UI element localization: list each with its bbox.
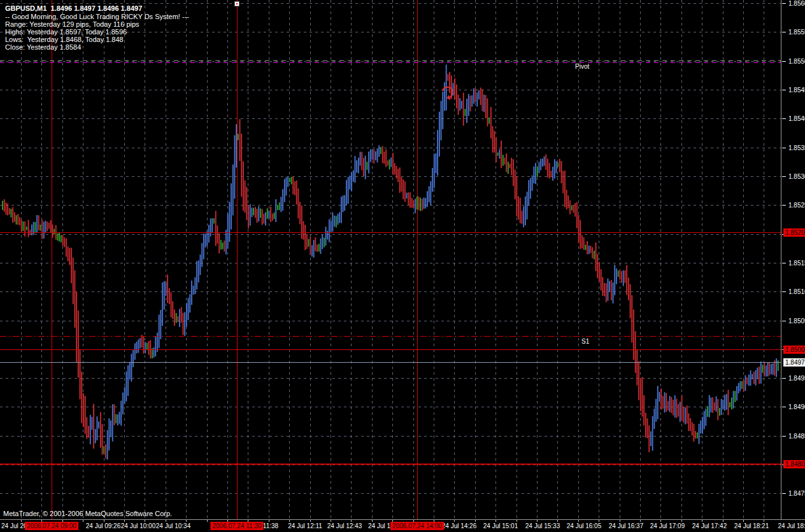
price-bar xyxy=(370,150,371,162)
price-level-badge: 1.8500 xyxy=(783,346,805,354)
price-bar xyxy=(602,277,604,296)
price-bar xyxy=(557,163,559,167)
price-bar xyxy=(138,339,139,353)
price-bar xyxy=(547,158,548,177)
price-bar xyxy=(238,134,239,140)
price-bar xyxy=(4,199,5,212)
price-bar xyxy=(129,363,131,380)
price-bar xyxy=(654,409,655,429)
price-bar xyxy=(102,424,103,454)
price-bar xyxy=(257,209,258,223)
price-bar xyxy=(324,237,325,247)
price-axis-label: 1.8485 xyxy=(788,433,805,440)
price-axis-tick xyxy=(782,148,786,148)
price-bar xyxy=(245,181,246,213)
price-bar xyxy=(652,416,653,451)
chart-plot-area[interactable] xyxy=(0,0,781,520)
price-bar xyxy=(578,215,580,243)
vline-selection-handle[interactable] xyxy=(234,1,239,6)
price-bar xyxy=(217,225,218,244)
price-bar xyxy=(571,205,573,210)
price-axis-label: 1.8510 xyxy=(788,288,805,295)
price-bar xyxy=(434,154,435,188)
price-bar xyxy=(351,172,352,192)
price-bar xyxy=(186,303,187,326)
price-bar xyxy=(252,207,253,217)
price-bar xyxy=(717,399,718,421)
price-axis-tick xyxy=(782,321,786,321)
price-bar xyxy=(564,171,566,207)
price-bar xyxy=(255,207,256,218)
price-bar xyxy=(461,101,462,108)
price-bar xyxy=(303,221,304,240)
price-level-badge: 1.8520 xyxy=(783,228,805,237)
price-bar xyxy=(218,234,220,253)
price-bar xyxy=(767,362,769,376)
price-bar xyxy=(687,405,688,423)
price-bar xyxy=(442,92,443,129)
price-bar xyxy=(122,393,124,414)
price-bar xyxy=(38,215,39,230)
time-axis-tick xyxy=(723,520,723,522)
price-bar xyxy=(760,361,762,384)
price-bar xyxy=(706,409,707,426)
session-time-badge: 2006.07.24 09:00 xyxy=(25,522,78,530)
price-bar xyxy=(585,245,587,250)
price-bar xyxy=(124,387,125,404)
price-bar xyxy=(183,313,184,335)
price-bar xyxy=(437,130,438,176)
price-bar xyxy=(24,221,25,237)
price-axis-tick xyxy=(782,205,786,206)
price-bar xyxy=(83,393,84,427)
price-axis-tick xyxy=(782,61,786,62)
price-bar xyxy=(664,392,666,412)
price-axis-tick xyxy=(782,436,786,437)
price-bar xyxy=(329,219,330,242)
price-bar xyxy=(160,310,162,339)
price-bar xyxy=(289,178,290,182)
time-axis-tick xyxy=(186,520,187,522)
price-bar xyxy=(590,246,592,253)
price-bar xyxy=(609,281,610,292)
price-bar xyxy=(648,425,650,452)
price-bar xyxy=(721,399,722,415)
time-axis-tick xyxy=(702,520,702,522)
price-bar xyxy=(14,212,15,221)
price-bar xyxy=(23,221,24,231)
bid-price-badge: 1.8497 xyxy=(783,358,805,367)
price-bar xyxy=(625,270,626,283)
price-bar xyxy=(272,214,273,221)
price-bar xyxy=(109,418,110,450)
price-bar xyxy=(243,162,244,211)
price-bar xyxy=(436,153,437,173)
price-bar xyxy=(740,381,741,391)
price-bar xyxy=(100,412,101,448)
price-bar xyxy=(621,271,622,283)
price-bar xyxy=(540,159,541,171)
price-axis-tick xyxy=(782,407,786,407)
time-axis-tick xyxy=(660,520,661,522)
price-bar xyxy=(626,265,627,295)
price-bar xyxy=(745,375,746,391)
price-bar xyxy=(699,424,700,444)
price-bar xyxy=(189,294,190,312)
price-bar xyxy=(277,205,278,210)
price-bar xyxy=(169,288,170,304)
time-axis-tick xyxy=(269,520,269,522)
price-bar xyxy=(680,402,681,422)
price-bar xyxy=(485,95,487,118)
price-bar xyxy=(225,230,227,255)
price-bar xyxy=(85,396,86,434)
price-bar xyxy=(762,365,764,373)
price-bar xyxy=(120,401,122,426)
price-bar xyxy=(294,181,296,195)
price-bar xyxy=(734,391,736,402)
price-bar xyxy=(396,166,397,178)
price-bar xyxy=(394,163,395,174)
price-bar xyxy=(753,372,755,384)
price-bar xyxy=(213,218,215,224)
time-axis-tick xyxy=(620,520,620,522)
price-bar xyxy=(139,338,141,349)
price-bar xyxy=(499,149,501,158)
price-bar xyxy=(361,152,362,171)
